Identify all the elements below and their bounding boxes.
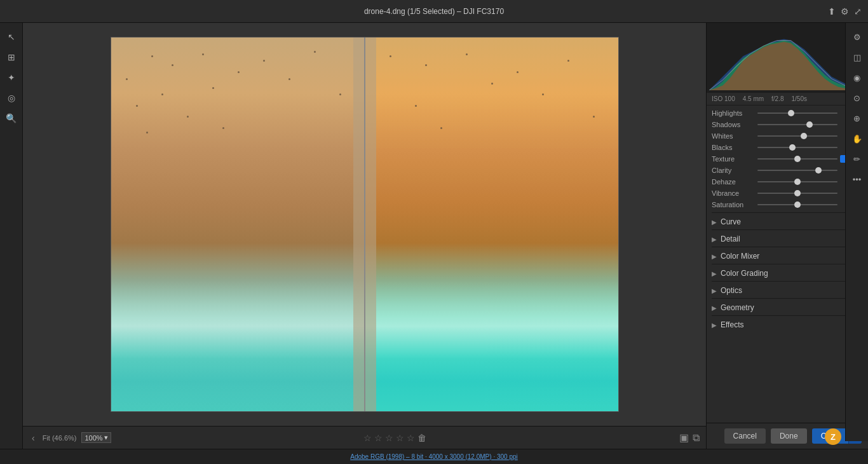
shadows-label: Shadows: [712, 121, 755, 128]
fullscreen-icon[interactable]: ⤢: [854, 6, 862, 17]
color-grading-chevron-icon: ▶: [712, 270, 717, 277]
star-2[interactable]: ☆: [374, 433, 383, 443]
hand-panel-tool[interactable]: ✋: [848, 130, 866, 147]
color-grading-section-header[interactable]: ▶ Color Grading 👁: [712, 264, 863, 281]
star-1[interactable]: ☆: [363, 433, 372, 443]
canvas-area: ‹ Fit (46.6%) 100% ▾ ☆ ☆ ☆ ☆ ☆ 🗑 ▣ ⧉: [23, 23, 706, 449]
optics-chevron-icon: ▶: [712, 287, 717, 294]
star-3[interactable]: ☆: [385, 433, 393, 443]
action-bar: Cancel Done Open ▾: [707, 423, 868, 449]
geometry-section-header[interactable]: ▶ Geometry 👁: [712, 298, 863, 315]
more-options-icon[interactable]: •••: [848, 170, 866, 188]
color-picker-tool[interactable]: ◉: [848, 69, 866, 86]
geometry-section-title: Geometry: [721, 303, 855, 312]
curve-section-title: Curve: [721, 217, 855, 226]
status-bar: Adobe RGB (1998) – 8 bit · 4000 x 3000 (…: [0, 449, 868, 464]
vibrance-row: Vibrance 0: [712, 189, 863, 197]
prev-button[interactable]: ‹: [29, 432, 37, 444]
view-mode-icons: ▣ ⧉: [679, 432, 700, 444]
titlebar: drone-4.dng (1/5 Selected) – DJI FC3170 …: [0, 0, 868, 23]
highlights-label: Highlights: [712, 109, 755, 117]
saturation-row: Saturation 0: [712, 201, 863, 208]
export-icon[interactable]: ⬆: [828, 6, 836, 17]
highlights-row: Highlights -33: [712, 109, 863, 117]
cancel-button[interactable]: Cancel: [724, 428, 766, 444]
heal-tool[interactable]: ✦: [3, 69, 20, 86]
vibrance-label: Vibrance: [712, 189, 755, 197]
clarity-slider[interactable]: [757, 170, 837, 171]
blacks-label: Blacks: [712, 144, 755, 151]
optics-section-header[interactable]: ▶ Optics 👁: [712, 281, 863, 298]
right-sidebar-tools: ⚙ ◫ ◉ ⊙ ⊕ ✋ ✏ •••: [845, 23, 868, 441]
shutter-value: 1/50s: [792, 95, 807, 102]
whites-label: Whites: [712, 132, 755, 140]
overlay-tool[interactable]: ◫: [848, 48, 866, 66]
texture-label: Texture: [712, 155, 755, 163]
window-title: drone-4.dng (1/5 Selected) – DJI FC3170: [364, 7, 504, 16]
detail-chevron-icon: ▶: [712, 236, 717, 243]
crop-tool[interactable]: ⊞: [3, 48, 20, 66]
histogram-chart: [709, 25, 865, 90]
histogram: [707, 23, 868, 93]
delete-icon[interactable]: 🗑: [417, 433, 426, 443]
star-4[interactable]: ☆: [396, 433, 404, 443]
blacks-row: Blacks -8: [712, 144, 863, 151]
compare-divider[interactable]: [364, 38, 365, 411]
color-mixer-section-title: Color Mixer: [721, 252, 855, 261]
brush-panel-tool[interactable]: ✏: [848, 150, 866, 168]
shadows-row: Shadows +30: [712, 121, 863, 128]
right-panel: ISO 100 4.5 mm f/2.8 1/50s Highlights -3…: [706, 23, 868, 449]
texture-slider[interactable]: [757, 158, 837, 160]
adjustments-panel: Highlights -33 Shadows +30: [707, 106, 868, 423]
texture-row: Texture 0: [712, 155, 863, 163]
split-view-icon[interactable]: ⧉: [693, 432, 700, 444]
vibrance-slider[interactable]: [757, 193, 837, 194]
aperture-value: f/2.8: [771, 95, 783, 102]
color-grading-section-title: Color Grading: [721, 269, 855, 278]
filter-tool[interactable]: ◎: [3, 89, 20, 107]
detail-section-header[interactable]: ▶ Detail 👁: [712, 229, 863, 247]
color-mixer-chevron-icon: ▶: [712, 253, 717, 260]
status-text[interactable]: Adobe RGB (1998) – 8 bit · 4000 x 3000 (…: [350, 453, 518, 460]
star-5[interactable]: ☆: [407, 433, 415, 443]
single-view-icon[interactable]: ▣: [679, 432, 689, 444]
dehaze-slider[interactable]: [757, 181, 837, 182]
curve-section-header[interactable]: ▶ Curve 👁: [712, 212, 863, 229]
done-button[interactable]: Done: [771, 428, 807, 444]
title-icons: ⬆ ⚙ ⤢: [828, 6, 862, 17]
panel-settings-tool[interactable]: ⚙: [848, 28, 866, 46]
shadows-slider[interactable]: [757, 124, 837, 125]
curve-chevron-icon: ▶: [712, 219, 717, 226]
zoom-dropdown[interactable]: 100% ▾: [81, 432, 111, 443]
effects-section-header[interactable]: ▶ Effects 👁: [712, 315, 863, 332]
settings-icon[interactable]: ⚙: [841, 6, 849, 17]
effects-chevron-icon: ▶: [712, 322, 717, 329]
zoom-tool[interactable]: 🔍: [3, 109, 20, 127]
main-area: ↖ ⊞ ✦ ◎ 🔍: [0, 23, 868, 449]
whites-slider[interactable]: [757, 135, 837, 137]
geometry-chevron-icon: ▶: [712, 304, 717, 311]
clarity-row: Clarity +52: [712, 167, 863, 174]
photo-composite: [111, 37, 619, 412]
watermark-badge: Z: [825, 428, 841, 445]
fit-selector: Fit (46.6%): [43, 434, 77, 442]
mask-tool[interactable]: ⊙: [848, 89, 866, 107]
saturation-slider[interactable]: [757, 204, 837, 205]
whites-row: Whites +12: [712, 132, 863, 140]
color-mixer-section-header[interactable]: ▶ Color Mixer 👁: [712, 247, 863, 264]
highlights-slider[interactable]: [757, 113, 837, 114]
blacks-slider[interactable]: [757, 147, 837, 148]
detail-section-title: Detail: [721, 235, 855, 243]
image-container: [23, 23, 706, 426]
move-tool[interactable]: ↖: [3, 28, 20, 46]
camera-info: ISO 100 4.5 mm f/2.8 1/50s: [707, 93, 868, 106]
left-toolbar: ↖ ⊞ ✦ ◎ 🔍: [0, 23, 23, 449]
saturation-label: Saturation: [712, 201, 755, 208]
bottom-bar: ‹ Fit (46.6%) 100% ▾ ☆ ☆ ☆ ☆ ☆ 🗑 ▣ ⧉: [23, 426, 706, 449]
effects-section-title: Effects: [721, 320, 855, 329]
optics-section-title: Optics: [721, 286, 855, 295]
dehaze-label: Dehaze: [712, 178, 755, 186]
zoom-panel-tool[interactable]: ⊕: [848, 109, 866, 127]
dehaze-row: Dehaze 0: [712, 178, 863, 186]
rating-stars: ☆ ☆ ☆ ☆ ☆ 🗑: [116, 433, 674, 443]
